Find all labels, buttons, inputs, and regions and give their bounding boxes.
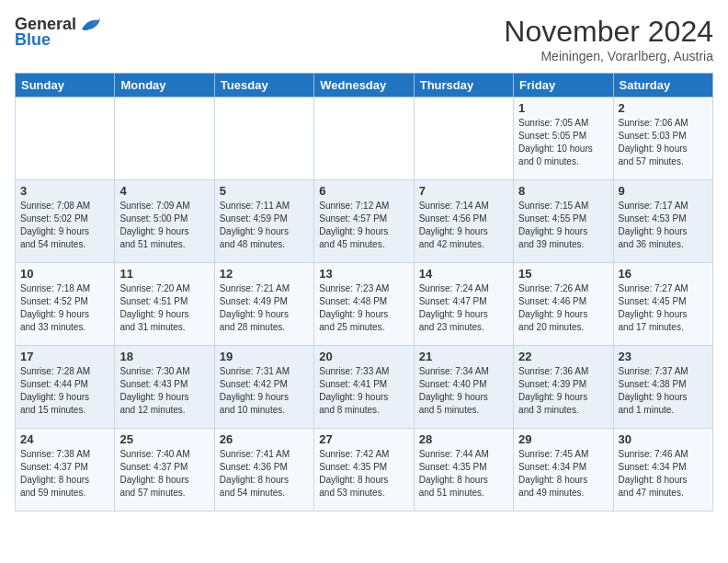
calendar-header: SundayMondayTuesdayWednesdayThursdayFrid… <box>16 74 713 98</box>
day-info: Sunrise: 7:09 AM Sunset: 5:00 PM Dayligh… <box>119 200 209 251</box>
day-number: 27 <box>319 432 408 446</box>
calendar-cell: 21Sunrise: 7:34 AM Sunset: 4:40 PM Dayli… <box>414 346 513 429</box>
day-number: 8 <box>518 184 608 198</box>
calendar-cell: 10Sunrise: 7:18 AM Sunset: 4:52 PM Dayli… <box>16 263 115 346</box>
day-number: 30 <box>619 432 708 446</box>
day-info: Sunrise: 7:44 AM Sunset: 4:35 PM Dayligh… <box>419 448 508 500</box>
calendar-cell: 25Sunrise: 7:40 AM Sunset: 4:37 PM Dayli… <box>115 429 214 511</box>
day-number: 19 <box>220 350 309 363</box>
day-number: 17 <box>20 350 109 363</box>
day-number: 28 <box>419 432 508 446</box>
day-info: Sunrise: 7:38 AM Sunset: 4:37 PM Dayligh… <box>20 448 109 500</box>
calendar-cell: 20Sunrise: 7:33 AM Sunset: 4:41 PM Dayli… <box>314 346 414 429</box>
calendar-body: 1Sunrise: 7:05 AM Sunset: 5:05 PM Daylig… <box>16 98 713 511</box>
title-block: November 2024 Meiningen, Vorarlberg, Aus… <box>504 15 713 63</box>
day-number: 14 <box>419 267 508 281</box>
calendar-cell: 23Sunrise: 7:37 AM Sunset: 4:38 PM Dayli… <box>613 346 712 429</box>
day-info: Sunrise: 7:14 AM Sunset: 4:56 PM Dayligh… <box>419 200 508 251</box>
month-title: November 2024 <box>504 15 713 49</box>
day-info: Sunrise: 7:15 AM Sunset: 4:55 PM Dayligh… <box>518 200 608 251</box>
day-number: 2 <box>619 101 708 115</box>
day-info: Sunrise: 7:45 AM Sunset: 4:34 PM Dayligh… <box>518 448 608 500</box>
calendar-cell: 11Sunrise: 7:20 AM Sunset: 4:51 PM Dayli… <box>115 263 214 346</box>
calendar-cell: 29Sunrise: 7:45 AM Sunset: 4:34 PM Dayli… <box>514 429 613 511</box>
logo-bird-icon <box>80 17 100 33</box>
calendar-cell: 28Sunrise: 7:44 AM Sunset: 4:35 PM Dayli… <box>414 429 513 511</box>
calendar-cell: 6Sunrise: 7:12 AM Sunset: 4:57 PM Daylig… <box>314 180 414 263</box>
day-info: Sunrise: 7:28 AM Sunset: 4:44 PM Dayligh… <box>20 365 109 417</box>
day-number: 22 <box>518 350 608 363</box>
calendar-cell: 1Sunrise: 7:05 AM Sunset: 5:05 PM Daylig… <box>514 98 613 180</box>
day-info: Sunrise: 7:24 AM Sunset: 4:47 PM Dayligh… <box>419 282 508 334</box>
day-number: 7 <box>419 184 508 198</box>
day-number: 9 <box>619 184 708 198</box>
day-info: Sunrise: 7:46 AM Sunset: 4:34 PM Dayligh… <box>619 448 708 500</box>
weekday-wednesday: Wednesday <box>314 74 414 98</box>
calendar-table: SundayMondayTuesdayWednesdayThursdayFrid… <box>15 73 713 511</box>
calendar-cell: 7Sunrise: 7:14 AM Sunset: 4:56 PM Daylig… <box>414 180 513 263</box>
day-number: 24 <box>20 432 109 446</box>
page-header: General Blue November 2024 Meiningen, Vo… <box>15 15 713 63</box>
calendar-cell: 19Sunrise: 7:31 AM Sunset: 4:42 PM Dayli… <box>214 346 313 429</box>
day-info: Sunrise: 7:20 AM Sunset: 4:51 PM Dayligh… <box>119 282 209 334</box>
day-info: Sunrise: 7:30 AM Sunset: 4:43 PM Dayligh… <box>119 365 209 417</box>
calendar-cell: 15Sunrise: 7:26 AM Sunset: 4:46 PM Dayli… <box>514 263 613 346</box>
weekday-monday: Monday <box>115 74 214 98</box>
day-info: Sunrise: 7:21 AM Sunset: 4:49 PM Dayligh… <box>220 282 309 334</box>
day-number: 23 <box>619 350 708 363</box>
day-info: Sunrise: 7:42 AM Sunset: 4:35 PM Dayligh… <box>319 448 408 500</box>
calendar-cell: 18Sunrise: 7:30 AM Sunset: 4:43 PM Dayli… <box>115 346 214 429</box>
calendar-cell: 12Sunrise: 7:21 AM Sunset: 4:49 PM Dayli… <box>214 263 313 346</box>
logo-blue-text: Blue <box>15 30 51 50</box>
day-number: 26 <box>220 432 309 446</box>
day-info: Sunrise: 7:23 AM Sunset: 4:48 PM Dayligh… <box>319 282 408 334</box>
calendar-cell: 3Sunrise: 7:08 AM Sunset: 5:02 PM Daylig… <box>16 180 115 263</box>
calendar-cell <box>314 98 414 180</box>
calendar-cell: 8Sunrise: 7:15 AM Sunset: 4:55 PM Daylig… <box>514 180 613 263</box>
day-number: 25 <box>119 432 209 446</box>
day-number: 3 <box>20 184 109 198</box>
calendar-cell: 13Sunrise: 7:23 AM Sunset: 4:48 PM Dayli… <box>314 263 414 346</box>
week-row-2: 3Sunrise: 7:08 AM Sunset: 5:02 PM Daylig… <box>16 180 713 263</box>
week-row-5: 24Sunrise: 7:38 AM Sunset: 4:37 PM Dayli… <box>16 429 713 511</box>
calendar-cell <box>414 98 513 180</box>
calendar-cell <box>16 98 115 180</box>
day-number: 18 <box>119 350 209 363</box>
day-info: Sunrise: 7:18 AM Sunset: 4:52 PM Dayligh… <box>20 282 109 334</box>
day-number: 5 <box>220 184 309 198</box>
calendar-cell <box>115 98 214 180</box>
weekday-row: SundayMondayTuesdayWednesdayThursdayFrid… <box>16 74 713 98</box>
day-info: Sunrise: 7:37 AM Sunset: 4:38 PM Dayligh… <box>619 365 708 417</box>
day-number: 12 <box>220 267 309 281</box>
day-number: 16 <box>619 267 708 281</box>
day-info: Sunrise: 7:31 AM Sunset: 4:42 PM Dayligh… <box>220 365 309 417</box>
week-row-3: 10Sunrise: 7:18 AM Sunset: 4:52 PM Dayli… <box>16 263 713 346</box>
day-number: 13 <box>319 267 408 281</box>
day-number: 10 <box>20 267 109 281</box>
day-info: Sunrise: 7:34 AM Sunset: 4:40 PM Dayligh… <box>419 365 508 417</box>
calendar-cell: 14Sunrise: 7:24 AM Sunset: 4:47 PM Dayli… <box>414 263 513 346</box>
calendar-cell: 5Sunrise: 7:11 AM Sunset: 4:59 PM Daylig… <box>214 180 313 263</box>
calendar-cell: 2Sunrise: 7:06 AM Sunset: 5:03 PM Daylig… <box>613 98 712 180</box>
logo: General Blue <box>15 15 100 50</box>
weekday-saturday: Saturday <box>613 74 712 98</box>
calendar-cell: 4Sunrise: 7:09 AM Sunset: 5:00 PM Daylig… <box>115 180 214 263</box>
day-number: 6 <box>319 184 408 198</box>
day-info: Sunrise: 7:17 AM Sunset: 4:53 PM Dayligh… <box>619 200 708 251</box>
calendar-cell: 27Sunrise: 7:42 AM Sunset: 4:35 PM Dayli… <box>314 429 414 511</box>
day-info: Sunrise: 7:05 AM Sunset: 5:05 PM Dayligh… <box>518 117 608 168</box>
day-number: 4 <box>119 184 209 198</box>
day-info: Sunrise: 7:36 AM Sunset: 4:39 PM Dayligh… <box>518 365 608 417</box>
calendar-cell: 26Sunrise: 7:41 AM Sunset: 4:36 PM Dayli… <box>214 429 313 511</box>
calendar-cell: 30Sunrise: 7:46 AM Sunset: 4:34 PM Dayli… <box>613 429 712 511</box>
day-info: Sunrise: 7:33 AM Sunset: 4:41 PM Dayligh… <box>319 365 408 417</box>
day-info: Sunrise: 7:40 AM Sunset: 4:37 PM Dayligh… <box>119 448 209 500</box>
day-info: Sunrise: 7:26 AM Sunset: 4:46 PM Dayligh… <box>518 282 608 334</box>
calendar-cell: 16Sunrise: 7:27 AM Sunset: 4:45 PM Dayli… <box>613 263 712 346</box>
day-info: Sunrise: 7:08 AM Sunset: 5:02 PM Dayligh… <box>20 200 109 251</box>
calendar-cell <box>214 98 313 180</box>
calendar-cell: 9Sunrise: 7:17 AM Sunset: 4:53 PM Daylig… <box>613 180 712 263</box>
day-info: Sunrise: 7:41 AM Sunset: 4:36 PM Dayligh… <box>220 448 309 500</box>
weekday-tuesday: Tuesday <box>214 74 313 98</box>
day-info: Sunrise: 7:11 AM Sunset: 4:59 PM Dayligh… <box>220 200 309 251</box>
